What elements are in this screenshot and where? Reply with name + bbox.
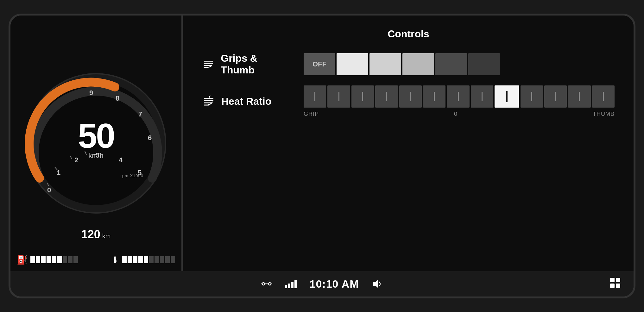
svg-text:0: 0 [47, 186, 51, 194]
svg-text:7: 7 [138, 110, 142, 118]
fuel-icon: ⛽ [17, 254, 28, 265]
ratio-label-thumb: THUMB [593, 111, 615, 117]
ratio-seg-1[interactable] [304, 85, 326, 108]
ratio-track[interactable] [304, 85, 615, 108]
temp-gauge: 🌡 [111, 254, 175, 265]
svg-rect-30 [610, 278, 615, 282]
bar-empty [165, 256, 170, 263]
ratio-slider-container: GRIP 0 THUMB [304, 85, 615, 117]
svg-rect-32 [610, 284, 615, 288]
bar-empty [63, 256, 67, 263]
bar-empty [73, 256, 78, 263]
temp-bars [122, 256, 175, 263]
bar [144, 256, 148, 263]
signal-bar-1 [285, 285, 287, 288]
ratio-seg-11[interactable] [544, 85, 567, 108]
bar [52, 256, 56, 263]
bar [57, 256, 62, 263]
fuel-bars [30, 256, 78, 263]
grid-icon[interactable] [609, 277, 621, 291]
bar-empty [68, 256, 73, 263]
bar-empty [160, 256, 164, 263]
heat-ratio-icon [202, 95, 215, 108]
heat-off-button[interactable]: OFF [304, 53, 335, 75]
device-frame: 0 1 2 3 4 5 6 7 8 [9, 14, 635, 298]
signal-bar-3 [291, 282, 294, 288]
grips-icon [202, 58, 214, 71]
bar [128, 256, 132, 263]
ratio-seg-9-active[interactable] [495, 85, 519, 108]
svg-rect-33 [616, 284, 620, 288]
svg-text:6: 6 [148, 134, 152, 142]
bottom-gauges: ⛽ 🌡 [17, 254, 175, 265]
grips-label-section: Grips & Thumb [202, 53, 291, 76]
svg-rect-31 [616, 278, 620, 282]
ratio-seg-3[interactable] [351, 85, 374, 108]
ratio-label-grip: GRIP [304, 111, 319, 117]
controls-title: Controls [202, 28, 615, 40]
bar [138, 256, 143, 263]
svg-point-24 [262, 283, 265, 285]
speed-value: 50 [78, 118, 114, 153]
ratio-seg-8[interactable] [471, 85, 493, 108]
ratio-seg-5[interactable] [399, 85, 422, 108]
ratio-seg-7[interactable] [447, 85, 469, 108]
status-time: 10:10 AM [309, 278, 359, 290]
ratio-seg-12[interactable] [568, 85, 590, 108]
svg-point-25 [268, 283, 271, 285]
bar-empty [171, 256, 175, 263]
ratio-seg-6[interactable] [423, 85, 445, 108]
svg-marker-29 [373, 280, 378, 288]
bar [41, 256, 46, 263]
heat-ratio-label-section: Heat Ratio [202, 95, 291, 108]
bar [122, 256, 127, 263]
ratio-seg-13[interactable] [592, 85, 615, 108]
left-panel: 0 1 2 3 4 5 6 7 8 [10, 16, 181, 271]
bar [30, 256, 35, 263]
right-panel: Controls Grips & Thumb OFF [183, 16, 634, 271]
heat-level-4-button[interactable] [435, 53, 467, 75]
heat-level-2-button[interactable] [369, 53, 401, 75]
heat-ratio-label: Heat Ratio [221, 96, 271, 107]
ratio-labels: GRIP 0 THUMB [304, 111, 615, 117]
volume-icon[interactable] [372, 278, 383, 290]
distance-display: 120 km [81, 228, 111, 241]
bar-empty [155, 256, 159, 263]
distance-value: 120 [81, 228, 100, 241]
status-bar: 10:10 AM [10, 271, 634, 296]
main-content: 0 1 2 3 4 5 6 7 8 [10, 16, 634, 271]
ratio-seg-2[interactable] [327, 85, 350, 108]
bar-empty [149, 256, 154, 263]
heat-level-3-button[interactable] [402, 53, 434, 75]
heat-level-5-button[interactable] [468, 53, 500, 75]
heat-level-1-button[interactable] [337, 53, 368, 75]
bar [47, 256, 51, 263]
heat-ratio-row: Heat Ratio [202, 85, 615, 117]
bar [36, 256, 40, 263]
svg-text:4: 4 [119, 156, 123, 164]
grips-row: Grips & Thumb OFF [202, 53, 615, 76]
ratio-seg-4[interactable] [375, 85, 398, 108]
temp-icon: 🌡 [111, 254, 120, 265]
bar [133, 256, 137, 263]
speedometer: 0 1 2 3 4 5 6 7 8 [23, 71, 169, 216]
signal-bar-4 [294, 280, 297, 288]
svg-text:9: 9 [89, 89, 93, 97]
ratio-seg-10[interactable] [521, 85, 543, 108]
signal-icon [285, 279, 297, 288]
speed-display: 50 km/h [78, 118, 114, 160]
svg-text:8: 8 [116, 94, 119, 102]
signal-bar-2 [288, 284, 290, 288]
fuel-gauge: ⛽ [17, 254, 78, 265]
distance-unit: km [102, 233, 111, 240]
rpm-label: rpm X1000 [120, 173, 143, 178]
heat-selector: OFF [304, 53, 500, 75]
ratio-label-center: 0 [454, 111, 458, 117]
settings-icon[interactable] [261, 278, 272, 290]
grips-label: Grips & Thumb [221, 53, 291, 76]
